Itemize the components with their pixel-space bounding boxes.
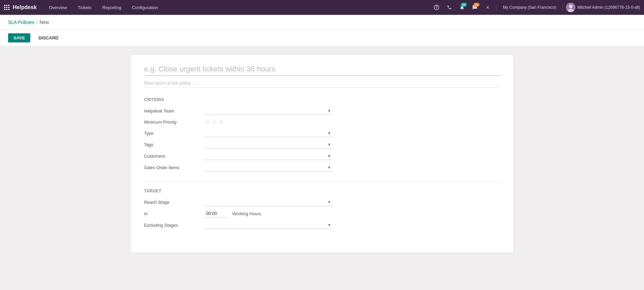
star-3[interactable]: ☆ (218, 118, 224, 126)
nav-item-reporting[interactable]: Reporting (97, 0, 126, 15)
tags-select[interactable] (205, 140, 333, 149)
type-value: ▼ (205, 129, 333, 137)
close-icon-button[interactable] (482, 2, 493, 13)
in-inline-fields: Working Hours (205, 210, 333, 218)
form-card: Criteria Helpdesk Team ▼ Minimum Priorit… (130, 54, 514, 253)
reach-stage-select-wrapper: ▼ (205, 198, 333, 206)
star-2[interactable]: ☆ (212, 118, 217, 126)
breadcrumb: SLA Policies / New (0, 15, 644, 30)
brand-logo[interactable]: Helpdesk (13, 4, 37, 10)
sales-order-items-select-wrapper: ▼ (205, 163, 333, 171)
nav-divider (496, 4, 497, 11)
minimum-priority-label: Minimum Priority (144, 120, 205, 125)
company-name[interactable]: My Company (San Francisco) (503, 5, 556, 10)
helpdesk-team-label: Helpdesk Team (144, 108, 205, 114)
customers-row: Customers ▼ (144, 152, 500, 160)
in-row: In Working Hours (144, 210, 500, 218)
user-name: Mitchell Admin (12696778-15-0-all) (577, 5, 640, 10)
nav-item-overview[interactable]: Overview (43, 0, 72, 15)
sales-order-items-label: Sales Order Items (144, 165, 205, 170)
type-select[interactable] (205, 129, 333, 137)
notification-badge: 10 (461, 3, 467, 7)
section-divider (144, 182, 500, 182)
reach-stage-row: Reach Stage ▼ (144, 198, 500, 206)
customers-label: Customers (144, 154, 205, 159)
tags-value: ▼ (205, 140, 333, 149)
excluding-stages-label: Excluding Stages (144, 223, 205, 228)
in-value: Working Hours (205, 210, 333, 218)
svg-point-2 (436, 7, 437, 8)
breadcrumb-current: New (40, 20, 49, 25)
top-navigation: Helpdesk Overview Tickets Reporting Conf… (0, 0, 644, 15)
time-input[interactable] (205, 210, 228, 218)
customers-value: ▼ (205, 152, 333, 160)
minimum-priority-row: Minimum Priority ☆ ☆ ☆ (144, 118, 500, 126)
bug-icon-button[interactable] (431, 2, 442, 13)
reach-stage-value: ▼ (205, 198, 333, 206)
discard-button[interactable]: DISCARD (34, 33, 63, 42)
page-body: Criteria Helpdesk Team ▼ Minimum Priorit… (0, 46, 644, 290)
breadcrumb-separator: / (36, 20, 38, 25)
helpdesk-team-select[interactable] (205, 107, 333, 115)
user-avatar[interactable] (566, 3, 575, 12)
notifications-icon-button[interactable]: 10 (457, 2, 467, 13)
helpdesk-team-row: Helpdesk Team ▼ (144, 107, 500, 115)
tags-row: Tags ▼ (144, 140, 500, 149)
nav-item-configuration[interactable]: Configuration (126, 0, 163, 15)
criteria-section-label: Criteria (144, 97, 500, 102)
criteria-fields: Helpdesk Team ▼ Minimum Priority ☆ (144, 107, 500, 171)
policy-title-input[interactable] (144, 65, 500, 76)
breadcrumb-parent-link[interactable]: SLA Policies (8, 20, 34, 25)
tags-label: Tags (144, 142, 205, 147)
type-row: Type ▼ (144, 129, 500, 137)
excluding-stages-value: ▼ (205, 221, 333, 229)
type-select-wrapper: ▼ (205, 129, 333, 137)
phone-icon-button[interactable] (444, 2, 455, 13)
reach-stage-label: Reach Stage (144, 200, 205, 205)
working-hours-link[interactable]: Working Hours (232, 211, 261, 216)
reach-stage-select[interactable] (205, 198, 333, 206)
nav-item-tickets[interactable]: Tickets (72, 0, 97, 15)
nav-right-icons: 10 26 My Company (San Francisco) Mitchel… (431, 2, 640, 13)
sales-order-items-value: ▼ (205, 163, 333, 171)
excluding-stages-select-wrapper: ▼ (205, 221, 333, 229)
chat-icon-button[interactable]: 26 (469, 2, 480, 13)
tags-select-wrapper: ▼ (205, 140, 333, 149)
minimum-priority-value: ☆ ☆ ☆ (205, 118, 333, 126)
nav-menu: Overview Tickets Reporting Configuration (43, 0, 431, 15)
helpdesk-team-value: ▼ (205, 107, 333, 115)
save-button[interactable]: SAVE (8, 33, 30, 42)
in-label: In (144, 211, 205, 216)
sales-order-items-select[interactable] (205, 163, 333, 171)
excluding-stages-row: Excluding Stages ▼ (144, 221, 500, 229)
policy-description-input[interactable] (144, 80, 500, 88)
priority-stars: ☆ ☆ ☆ (205, 118, 333, 126)
target-fields: Reach Stage ▼ In Working Hours (144, 198, 500, 229)
star-1[interactable]: ☆ (205, 118, 210, 126)
excluding-stages-select[interactable] (205, 221, 333, 229)
nav-divider-2 (562, 4, 563, 11)
sales-order-items-row: Sales Order Items ▼ (144, 163, 500, 171)
helpdesk-team-select-wrapper: ▼ (205, 107, 333, 115)
customers-select-wrapper: ▼ (205, 152, 333, 160)
customers-select[interactable] (205, 152, 333, 160)
target-section-label: Target (144, 189, 500, 193)
apps-menu-icon[interactable] (4, 5, 9, 10)
type-label: Type (144, 131, 205, 136)
form-toolbar: SAVE DISCARD (0, 30, 644, 46)
chat-badge: 26 (473, 3, 480, 7)
svg-point-4 (569, 5, 572, 8)
